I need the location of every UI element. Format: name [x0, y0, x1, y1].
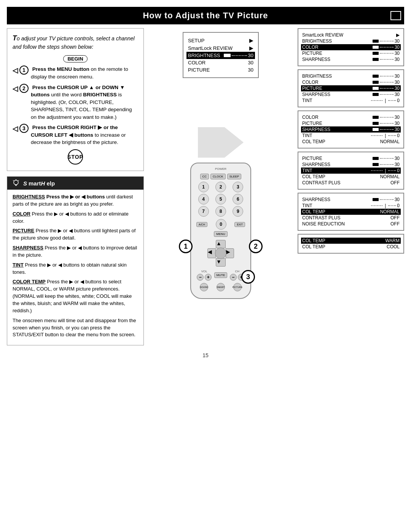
p3-sh-dot: [380, 129, 393, 130]
bulb-icon: [12, 179, 20, 187]
panel4-picture: PICTURE 30: [302, 155, 400, 161]
sleep-button[interactable]: SLEEP: [227, 174, 242, 179]
p2-br-solid: [373, 75, 379, 78]
p4-sh-val: 30: [395, 162, 400, 167]
p3-pic-bar: 30: [373, 121, 400, 126]
picture-term: PICTURE: [13, 228, 34, 233]
panel2-tint: TINT | 0: [302, 97, 400, 104]
p1-sh-solid: [373, 58, 379, 61]
p3-pic-label: PICTURE: [302, 121, 329, 126]
p5-sh-solid: [373, 198, 379, 201]
intro-text: To adjust your TV picture controls, sele…: [13, 33, 138, 51]
brightness-bar: 30: [224, 53, 253, 58]
nav-down[interactable]: ▼: [216, 258, 226, 267]
num-btn-8[interactable]: 8: [215, 206, 226, 217]
p2-tint-val: 0: [397, 98, 400, 103]
exit-button[interactable]: EXIT: [234, 222, 245, 227]
p3-tint-val: 0: [397, 133, 400, 138]
p5-sh-label: SHARPNESS: [302, 197, 330, 202]
p3-ct-label: COL TEMP: [302, 139, 329, 144]
num-btn-5[interactable]: 5: [215, 194, 226, 204]
ach-button[interactable]: A/CH: [196, 222, 207, 227]
p5-tint-label: TINT: [302, 203, 329, 208]
left-column: To adjust your TV picture controls, sele…: [7, 28, 144, 345]
intro-T: T: [13, 34, 17, 42]
p5-tint-tick: |: [385, 203, 386, 208]
remote-power-area: POWER: [196, 167, 246, 171]
p2-col-solid: [373, 81, 379, 84]
p5-tint-dot: [371, 205, 382, 206]
tv-panel-2: BRIGHTNESS 30 COLOR 30 PICTURE: [298, 69, 404, 107]
num-btn-2[interactable]: 2: [215, 182, 226, 192]
tv-panel-5: SHARPNESS 30 TINT | 0 COL TEMP NORMAL: [298, 193, 404, 231]
menu-row-smartlock: SmartLock REVIEW ▶: [188, 44, 253, 52]
brightness-help: BRIGHTNESS Press the ▶ or ◀ buttons unti…: [13, 193, 138, 208]
mute-button[interactable]: MUTE: [214, 272, 228, 278]
picture-help: PICTURE Press the ▶ or ◀ buttons until l…: [13, 227, 138, 242]
nav-right[interactable]: ▶: [226, 248, 234, 258]
p2-br-bar: 30: [373, 73, 400, 79]
instructions-box: To adjust your TV picture controls, sele…: [7, 28, 144, 171]
panel6-cool: COL TEMP COOL: [302, 244, 400, 250]
p1-br-bar: 30: [373, 38, 400, 44]
p4-cp-val: OFF: [390, 180, 400, 185]
num-btn-7[interactable]: 7: [198, 206, 209, 217]
num-btn-6[interactable]: 6: [233, 194, 243, 204]
nav-center[interactable]: [215, 248, 226, 259]
p3-col-val: 30: [395, 115, 400, 120]
p1-br-dot: [380, 41, 393, 42]
p5-sh-dot: [380, 199, 393, 200]
nav-left[interactable]: ◀: [207, 248, 216, 258]
num-btn-3[interactable]: 3: [233, 182, 243, 192]
panel2-color: COLOR 30: [302, 79, 400, 85]
setup-arrow: ▶: [249, 37, 253, 43]
num-btn-9[interactable]: 9: [233, 206, 243, 217]
color-temp-term: COLOR TEMP: [13, 279, 46, 284]
ch-minus[interactable]: −: [230, 274, 237, 281]
panel5-noise: NOISE REDUCTION OFF: [302, 221, 400, 227]
overlay-2: 2: [249, 240, 263, 253]
vol-minus[interactable]: −: [197, 274, 204, 281]
num-btn-4[interactable]: 4: [198, 194, 209, 204]
smartlock-label: SmartLock REVIEW: [188, 45, 233, 51]
color-temp-help: COLOR TEMP Press the ▶ or ◀ buttons to s…: [13, 278, 138, 314]
menu-button[interactable]: MENU: [214, 231, 228, 237]
menu-row-setup: SETUP ▶: [188, 37, 253, 44]
ch-label: CH: [235, 270, 239, 273]
remote-vol-ch: VOL − + MUTE CH − +: [196, 270, 246, 281]
remote-control: POWER CC CLOCK SLEEP 1 2 3 4 5 6 7 8: [190, 163, 251, 299]
p1-pic-bar: 30: [373, 51, 400, 56]
nav-up[interactable]: ▲: [216, 240, 226, 248]
p6-warm-val: WARM: [385, 238, 400, 243]
p4-pic-val: 30: [395, 156, 400, 161]
page-header: How to Adjust the TV Picture: [7, 7, 404, 24]
picture-button[interactable]: PICTURE: [233, 283, 242, 291]
p2-sh-val: 30: [395, 92, 400, 97]
smartlock-arrow: ▶: [249, 45, 253, 51]
panel4-tint: TINT | 0: [301, 168, 401, 174]
clock-button[interactable]: CLOCK: [210, 174, 226, 179]
p1-br-label: BRIGHTNESS: [302, 38, 332, 44]
vol-plus[interactable]: +: [205, 274, 212, 281]
sound-button[interactable]: SOUND: [200, 283, 208, 291]
svg-line-5: [18, 181, 19, 181]
header-box: [390, 11, 401, 20]
panel6-warm: COL TEMP WARM: [301, 238, 401, 244]
num-btn-1[interactable]: 1: [198, 182, 209, 192]
smart-help-box: Smart Help BRIGHTNESS Press the ▶ or ◀ b…: [7, 176, 144, 345]
p2-pic-bar: 30: [373, 86, 400, 91]
remote-top-buttons: CC CLOCK SLEEP: [196, 174, 246, 179]
p3-pic-solid: [373, 122, 379, 125]
cc-button[interactable]: CC: [200, 174, 209, 179]
p4-pic-label: PICTURE: [302, 156, 329, 161]
p5-nr-val: OFF: [390, 221, 400, 227]
num-btn-0[interactable]: 0: [216, 219, 226, 230]
panel3-picture: PICTURE 30: [302, 120, 400, 126]
svg-line-4: [13, 181, 14, 181]
panel2-sharpness: SHARPNESS 30: [302, 91, 400, 97]
p2-pic-val: 30: [395, 86, 400, 91]
smart-help-title: mart: [29, 180, 41, 187]
smart-button[interactable]: SMART: [217, 283, 225, 291]
page-num-value: 15: [202, 352, 209, 358]
p1-col-label: COLOR: [302, 45, 329, 50]
